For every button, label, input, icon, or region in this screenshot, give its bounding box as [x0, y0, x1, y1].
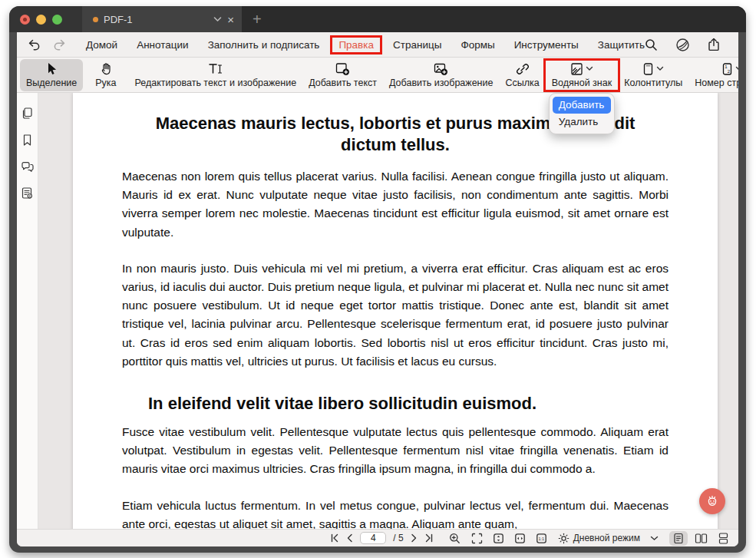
- zoom-window-button[interactable]: [52, 15, 62, 25]
- ai-assistant-button[interactable]: [699, 488, 725, 514]
- prev-page-icon[interactable]: [346, 533, 353, 543]
- hand-icon: [100, 62, 112, 75]
- watermark-dropdown: Добавить Удалить: [549, 93, 615, 134]
- comments-icon[interactable]: [21, 160, 35, 173]
- edit-text-image-button[interactable]: Редактировать текст и изображение: [129, 59, 303, 91]
- dropdown-item-add-watermark[interactable]: Добавить: [553, 97, 611, 114]
- fit-page-icon[interactable]: [471, 533, 483, 544]
- watermark-icon: [570, 62, 583, 76]
- add-text-button[interactable]: Добавить текст: [302, 59, 383, 91]
- dropdown-item-remove-watermark[interactable]: Удалить: [553, 114, 611, 130]
- page-number-chevron-down-icon: [735, 66, 738, 71]
- document-paragraph-1: Maecenas non lorem quis tellus placerat …: [122, 167, 669, 242]
- cursor-icon: [46, 62, 58, 75]
- toolbar-collapse-chevron-icon[interactable]: [738, 41, 738, 48]
- watermark-chevron-down-icon: [586, 66, 593, 71]
- signature-doc-icon[interactable]: [21, 187, 34, 200]
- window-content: Домой Аннотации Заполнить и подписать Пр…: [17, 32, 738, 546]
- menubar: Домой Аннотации Заполнить и подписать Пр…: [17, 32, 738, 58]
- page-number-button[interactable]: 12 Номер страницы: [688, 59, 738, 91]
- actual-size-icon[interactable]: 1:1: [536, 533, 547, 544]
- thumbnails-icon[interactable]: [21, 107, 34, 120]
- document-heading-2: In eleifend velit vitae libero sollicitu…: [148, 394, 669, 414]
- unsaved-dot-icon: [93, 17, 98, 22]
- document-tab[interactable]: PDF-1 ×: [82, 6, 242, 32]
- menu-tab-home[interactable]: Домой: [86, 39, 117, 51]
- titlebar: PDF-1 × +: [9, 6, 746, 32]
- app-window: PDF-1 × + Домой Аннотации Зап: [9, 6, 746, 553]
- menu-tab-tools[interactable]: Инструменты: [514, 39, 579, 51]
- last-page-icon[interactable]: [424, 533, 434, 543]
- page-number-input[interactable]: [360, 532, 386, 544]
- single-page-view-button[interactable]: [669, 531, 688, 546]
- header-footer-icon: [642, 62, 654, 76]
- document-paragraph-2: In non mauris justo. Duis vehicula mi ve…: [122, 259, 669, 371]
- traffic-lights: [9, 15, 73, 25]
- page-layout-controls: [669, 531, 732, 546]
- menu-tab-forms[interactable]: Формы: [461, 39, 494, 51]
- header-footer-chevron-down-icon: [656, 66, 664, 71]
- robot-icon: [705, 494, 720, 509]
- scroll-view-button[interactable]: [714, 531, 732, 546]
- redo-icon[interactable]: [53, 39, 66, 51]
- toolbar: Выделение Рука Редактировать текст и изо…: [17, 58, 738, 93]
- svg-text:1: 1: [725, 64, 728, 68]
- svg-text:2: 2: [728, 69, 731, 74]
- watermark-button[interactable]: Водяной знак Добавить Удалить: [546, 59, 618, 91]
- fit-width-icon[interactable]: [514, 533, 526, 544]
- new-tab-button[interactable]: +: [253, 12, 262, 27]
- add-image-button[interactable]: Добавить изображение: [383, 59, 499, 91]
- view-mode-select[interactable]: Дневной режим: [558, 533, 659, 544]
- document-paragraph-3: Fusce vitae vestibulum velit. Pellentesq…: [122, 423, 669, 479]
- menu-tab-protect[interactable]: Защитить: [598, 39, 645, 51]
- close-window-button[interactable]: [20, 15, 30, 25]
- sun-icon: [558, 533, 569, 544]
- add-image-icon: [434, 62, 448, 76]
- view-mode-chevron-down-icon: [650, 536, 659, 541]
- bookmark-icon[interactable]: [21, 134, 33, 147]
- first-page-icon[interactable]: [330, 533, 339, 543]
- link-button[interactable]: Ссылка: [499, 59, 545, 91]
- menu-tab-pages[interactable]: Страницы: [393, 39, 441, 51]
- page-total-label: / 5: [393, 533, 403, 543]
- menu-tab-fill-sign[interactable]: Заполнить и подписать: [208, 39, 320, 51]
- header-footer-button[interactable]: Колонтитулы: [618, 59, 688, 91]
- menu-items: Домой Аннотации Заполнить и подписать Пр…: [86, 39, 645, 51]
- tab-chevron-down-icon[interactable]: [213, 16, 222, 22]
- tab-close-icon[interactable]: ×: [227, 13, 234, 26]
- two-page-view-button[interactable]: [692, 531, 710, 546]
- tabstrip-empty: +: [242, 6, 746, 32]
- page-navigation: / 5: [330, 532, 433, 544]
- page-number-icon: 12: [721, 62, 733, 76]
- share-icon[interactable]: [708, 38, 720, 51]
- left-panel: [17, 93, 38, 529]
- undo-icon[interactable]: [28, 39, 41, 51]
- statusbar: / 5: [17, 529, 738, 546]
- zoom-in-icon[interactable]: [449, 533, 461, 544]
- search-icon[interactable]: [645, 38, 658, 51]
- hand-tool-button[interactable]: Рука: [89, 59, 122, 91]
- menu-tab-edit[interactable]: Правка: [338, 39, 374, 51]
- minimize-window-button[interactable]: [36, 15, 46, 25]
- link-icon: [516, 62, 530, 76]
- tab-title: PDF-1: [104, 14, 208, 25]
- document-paragraph-4: Etiam vehicula luctus fermentum. In vel …: [122, 497, 669, 529]
- next-page-icon[interactable]: [411, 533, 418, 543]
- account-icon[interactable]: [675, 38, 690, 52]
- edit-text-icon: [208, 62, 223, 75]
- select-tool-button[interactable]: Выделение: [20, 59, 83, 91]
- fit-controls: 1:1: [471, 533, 547, 544]
- view-mode-label: Дневной режим: [573, 533, 640, 543]
- svg-text:1:1: 1:1: [538, 537, 544, 541]
- menu-tab-annotations[interactable]: Аннотации: [137, 39, 188, 51]
- add-text-icon: [335, 62, 350, 76]
- document-viewer[interactable]: Maecenas mauris lectus, lobortis et puru…: [38, 93, 738, 529]
- pdf-page: Maecenas mauris lectus, lobortis et puru…: [73, 93, 718, 529]
- fit-height-icon[interactable]: [493, 533, 504, 544]
